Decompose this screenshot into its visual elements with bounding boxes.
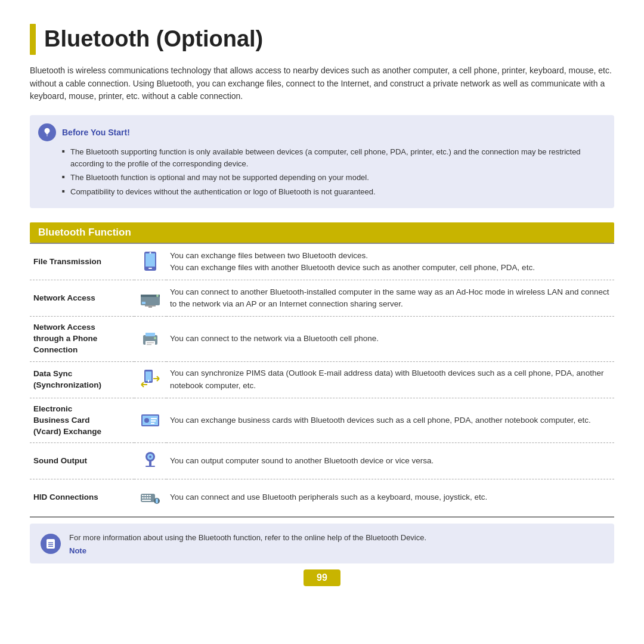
svg-rect-38: [147, 497, 148, 499]
feature-description: You can exchange business cards with Blu…: [166, 398, 614, 443]
svg-rect-32: [142, 495, 144, 496]
svg-rect-34: [147, 495, 148, 496]
feature-row: ElectronicBusiness Card(Vcard) Exchange …: [30, 398, 614, 443]
feature-row: Network Accessthrough a PhoneConnection …: [30, 317, 614, 362]
intro-paragraph: Bluetooth is wireless communications tec…: [30, 64, 614, 103]
svg-rect-23: [151, 418, 157, 419]
svg-rect-11: [145, 333, 155, 336]
note-icon: [41, 534, 61, 554]
svg-rect-9: [148, 306, 152, 308]
svg-rect-35: [149, 495, 151, 496]
feature-description: You can synchronize PIMS data (Outlook E…: [166, 361, 614, 398]
features-table: File Transmission You can exchange files…: [30, 244, 614, 515]
feature-name: Network Access: [30, 280, 134, 317]
note-label: Note: [69, 546, 603, 555]
svg-rect-2: [148, 268, 152, 269]
feature-name: File Transmission: [30, 244, 134, 280]
feature-description: You can connect to another Bluetooth-ins…: [166, 280, 614, 317]
before-you-start-box: Before You Start! The Bluetooth supporti…: [30, 115, 614, 208]
svg-point-3: [150, 252, 151, 254]
feature-name: ElectronicBusiness Card(Vcard) Exchange: [30, 398, 134, 443]
feature-description: You can connect to the network via a Blu…: [166, 317, 614, 362]
feature-row: Data Sync(Synchronization) You can synch…: [30, 361, 614, 398]
svg-rect-8: [145, 305, 156, 306]
page-number: 99: [304, 569, 340, 586]
feature-row: Network Access You can connect to anothe…: [30, 280, 614, 317]
svg-rect-17: [145, 371, 151, 381]
page-number-wrapper: 99: [30, 569, 614, 586]
svg-rect-40: [142, 500, 151, 501]
feature-name: Network Accessthrough a PhoneConnection: [30, 317, 134, 362]
feature-row: HID Connections You can connect and use …: [30, 479, 614, 516]
info-box-header: Before You Start!: [38, 123, 603, 141]
svg-point-22: [144, 418, 149, 423]
svg-rect-29: [149, 461, 151, 466]
info-bullet: The Bluetooth function is optional and m…: [62, 172, 603, 184]
feature-row: Sound Output You can output computer sou…: [30, 443, 614, 479]
note-box: For more information about using the Blu…: [30, 524, 614, 564]
feature-description: You can exchange files between two Bluet…: [166, 244, 614, 280]
svg-point-15: [154, 337, 156, 339]
svg-rect-25: [151, 423, 154, 424]
page-title: Bluetooth (Optional): [44, 27, 263, 52]
svg-rect-37: [144, 497, 146, 499]
page: Bluetooth (Optional) Bluetooth is wirele…: [0, 0, 644, 644]
feature-name: HID Connections: [30, 479, 134, 516]
svg-point-7: [156, 295, 159, 297]
before-you-start-bullets: The Bluetooth supporting function is onl…: [38, 146, 603, 200]
feature-name: Sound Output: [30, 443, 134, 479]
svg-point-28: [149, 456, 151, 458]
feature-icon: [134, 244, 166, 280]
svg-rect-1: [145, 253, 155, 267]
title-section: Bluetooth (Optional): [30, 24, 614, 55]
svg-rect-36: [142, 497, 144, 499]
svg-rect-33: [144, 495, 146, 496]
info-bullet: The Bluetooth supporting function is onl…: [62, 146, 603, 169]
feature-icon: [134, 398, 166, 443]
svg-rect-24: [151, 420, 156, 422]
before-you-start-title: Before You Start!: [62, 128, 130, 137]
svg-rect-13: [147, 342, 154, 343]
feature-description: You can connect and use Bluetooth periph…: [166, 479, 614, 516]
bluetooth-function-header: Bluetooth Function: [30, 222, 614, 243]
section-bottom-divider: [30, 516, 614, 518]
info-bullet: Compatibility to devices without the aut…: [62, 186, 603, 198]
note-text: For more information about using the Blu…: [69, 532, 603, 544]
svg-rect-6: [142, 302, 145, 304]
svg-rect-39: [149, 497, 151, 499]
feature-icon: [134, 443, 166, 479]
title-accent-bar: [30, 24, 36, 55]
feature-icon: [134, 317, 166, 362]
svg-rect-30: [145, 466, 155, 467]
feature-icon: [134, 280, 166, 317]
feature-name: Data Sync(Synchronization): [30, 361, 134, 398]
feature-icon: [134, 361, 166, 398]
lightbulb-icon: [38, 123, 56, 141]
svg-point-19: [148, 381, 149, 382]
svg-rect-12: [145, 341, 155, 346]
svg-rect-14: [147, 344, 151, 345]
svg-rect-42: [156, 499, 158, 503]
feature-icon: [134, 479, 166, 516]
feature-row: File Transmission You can exchange files…: [30, 244, 614, 280]
note-content: For more information about using the Blu…: [69, 532, 603, 555]
feature-description: You can output computer sound to another…: [166, 443, 614, 479]
